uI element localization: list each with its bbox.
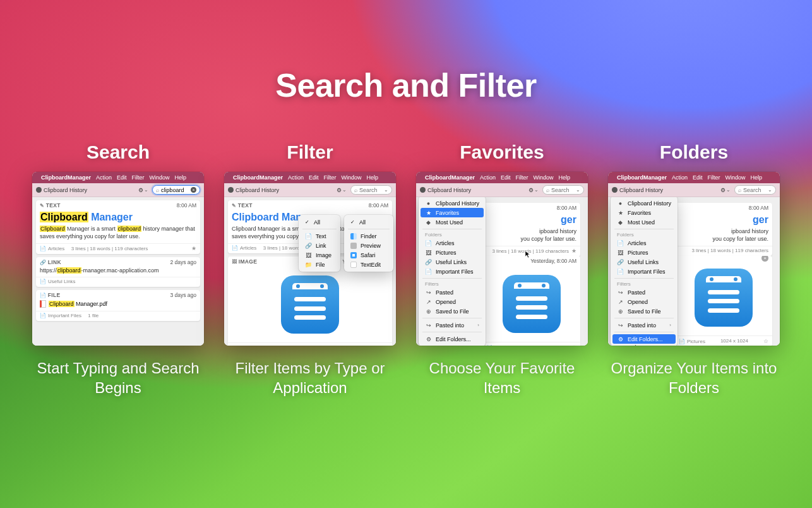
menu-window[interactable]: Window [150,174,170,181]
menu-action[interactable]: Action [480,174,496,181]
favorite-star-icon[interactable]: ★ [571,248,576,254]
dd-filter-pasted[interactable]: ↪Pasted [611,287,678,297]
search-field[interactable]: ⌕⌄ [350,185,392,195]
share-icon: ↪ [425,289,432,296]
column-favorites: Favorites ClipboardManager Action Edit F… [416,142,588,397]
dd-filter-opened[interactable]: ↗Opened [419,297,486,306]
app-window: ClipboardManager Action Edit Filter Wind… [32,172,204,346]
history-dropdown-button[interactable]: Clipboard History [228,187,279,193]
dd-filter-opened[interactable]: ↗Opened [611,297,678,306]
filter-type-popover: ✓All 📄Text 🔗Link 🖼Image 📁File [299,215,340,272]
menu-help[interactable]: Help [175,174,187,181]
menu-window[interactable]: Window [534,174,554,181]
dd-folder-important[interactable]: 📄Important Files [611,267,678,276]
dd-folder-important[interactable]: 📄Important Files [419,267,486,276]
filter-app-finder[interactable]: Finder [344,231,393,241]
share-icon: ↪ [425,322,432,329]
menu-action[interactable]: Action [288,174,304,181]
dd-history[interactable]: ●Clipboard History [611,198,678,208]
dd-favorites[interactable]: ★Favorites [421,208,484,217]
search-input[interactable] [551,187,575,193]
menu-window[interactable]: Window [725,174,746,181]
dd-favorites[interactable]: ★Favorites [611,208,678,217]
dd-folder-links[interactable]: 🔗Useful Links [419,257,486,267]
toolbar: Clipboard History ⚙⌄ ⌕× [32,183,204,197]
filter-app-preview[interactable]: Preview [344,241,393,250]
menu-window[interactable]: Window [342,174,362,181]
gear-button[interactable]: ⚙⌄ [720,187,731,193]
favorite-star-icon[interactable]: ☆ [383,345,388,346]
folder-icon: 📄 [40,313,46,318]
clear-search-icon[interactable]: × [191,187,196,193]
dd-folder-links[interactable]: 🔗Useful Links [611,257,678,267]
menu-filter[interactable]: Filter [516,174,528,181]
menubar: ClipboardManager Action Edit Filter Wind… [32,172,204,183]
menu-help[interactable]: Help [559,174,571,181]
history-dropdown-button[interactable]: Clipboard History [36,187,87,193]
clip-card-text[interactable]: TEXT8:00 AM Clipboard Manager Clipboard … [36,200,200,254]
search-input[interactable] [743,187,767,193]
menu-help[interactable]: Help [367,174,379,181]
search-input[interactable] [161,187,189,193]
dd-edit-folders[interactable]: ⚙Edit Folders... [419,334,486,344]
search-field[interactable]: ⌕⌄ [542,185,584,195]
dd-most-used[interactable]: ◆Most Used [419,217,486,227]
dd-pasted-into[interactable]: ↪Pasted into› [611,320,678,330]
menu-action[interactable]: Action [96,174,112,181]
dd-folder-articles[interactable]: 📄Articles [419,238,486,248]
chevron-down-icon[interactable]: ⌄ [576,187,580,193]
dd-edit-folders[interactable]: ⚙Edit Folders... [612,334,676,344]
chevron-down-icon[interactable]: ⌄ [384,187,388,193]
filter-app-popover: ✓All Finder Preview Safari TextEdit [344,215,393,272]
chevron-down-icon[interactable]: ⌄ [768,187,772,193]
filter-all-apps-row[interactable]: ✓All [344,217,393,227]
menu-filter[interactable]: Filter [708,174,720,181]
menu-help[interactable]: Help [751,174,763,181]
filter-text-row[interactable]: 📄Text [299,231,340,241]
col-caption: Organize Your Items into Folders [608,358,780,397]
menu-action[interactable]: Action [672,174,688,181]
filter-image-row[interactable]: 🖼Image [299,250,340,260]
filter-file-row[interactable]: 📁File [299,260,340,269]
hero-title: Search and Filter [0,66,812,104]
dd-most-used[interactable]: ◆Most Used [611,217,678,227]
dd-folder-pictures[interactable]: 🖼Pictures [611,248,678,257]
dd-pasted-into[interactable]: ↪Pasted into› [419,320,486,330]
save-icon: ⊕ [425,308,432,315]
app-icon-image [695,269,753,327]
filter-app-textedit[interactable]: TextEdit [344,260,393,269]
menu-filter[interactable]: Filter [132,174,145,181]
gear-button[interactable]: ⚙⌄ [337,187,347,193]
menubar: ClipboardManager Action Edit Filter Wind… [608,172,780,183]
dd-filter-pasted[interactable]: ↪Pasted [419,287,486,297]
dd-filter-saved[interactable]: ⊕Saved to File [419,306,486,316]
filter-link-row[interactable]: 🔗Link [299,241,340,250]
menu-edit[interactable]: Edit [117,174,127,181]
filter-app-safari[interactable]: Safari [344,250,393,260]
history-dropdown-button[interactable]: Clipboard History [420,187,471,193]
timestamp: 2 days ago [170,259,196,265]
filter-all-row[interactable]: ✓All [299,217,340,227]
history-dropdown-button[interactable]: Clipboard History [612,187,663,193]
dd-folder-articles[interactable]: 📄Articles [611,238,678,248]
menu-edit[interactable]: Edit [501,174,511,181]
menu-edit[interactable]: Edit [309,174,319,181]
menu-edit[interactable]: Edit [693,174,703,181]
search-field[interactable]: ⌕⌄ [734,185,776,195]
timestamp: 8:00 AM [177,202,196,209]
search-field[interactable]: ⌕× [152,185,200,195]
gear-button[interactable]: ⚙⌄ [138,187,148,193]
gear-button[interactable]: ⚙⌄ [528,187,539,193]
clip-card-link[interactable]: LINK2 days ago https://clipboard-manager… [36,257,200,287]
close-icon[interactable]: × [761,256,768,262]
clip-card-file[interactable]: FILE3 days ago Clipboard Manager.pdf 📄Im… [36,290,200,321]
column-folders: Folders ClipboardManager Action Edit Fil… [608,142,780,397]
search-input[interactable] [359,187,383,193]
type-label: LINK [40,259,61,265]
favorite-star-icon[interactable]: ★ [191,245,196,251]
chevron-right-icon: › [669,322,671,328]
dd-filter-saved[interactable]: ⊕Saved to File [611,306,678,316]
dd-history[interactable]: ●Clipboard History [419,198,486,208]
menu-filter[interactable]: Filter [324,174,337,181]
dd-folder-pictures[interactable]: 🖼Pictures [419,248,486,257]
